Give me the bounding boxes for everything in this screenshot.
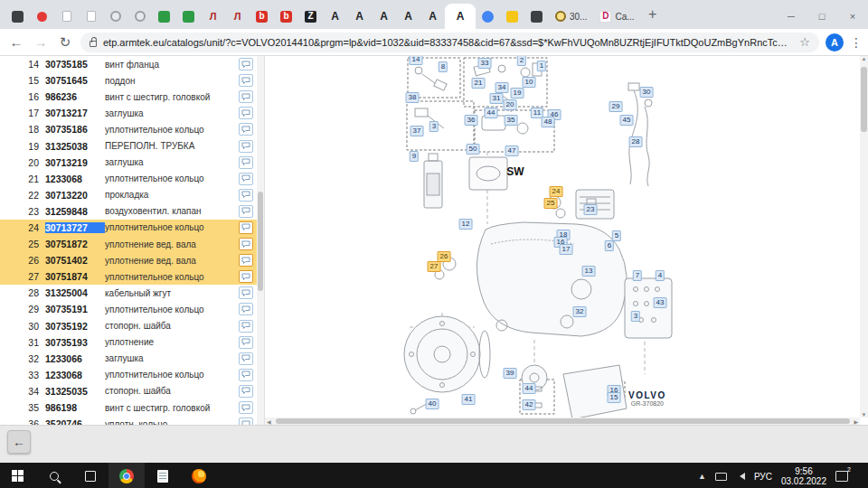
browser-tab[interactable]: Л	[201, 4, 225, 29]
parts-table-row[interactable]: 3030735192стопорн. шайба	[0, 318, 264, 334]
browser-tab[interactable]: b	[250, 4, 274, 29]
show-on-diagram-button[interactable]	[239, 286, 253, 299]
taskbar-clock[interactable]: 9:56 03.02.2022	[781, 466, 826, 487]
show-on-diagram-button[interactable]	[239, 336, 253, 349]
parts-table-row[interactable]: 16986236винт с шестигр. головкой	[0, 89, 264, 105]
browser-tab[interactable]	[30, 4, 54, 29]
part-number[interactable]: 1233068	[45, 174, 105, 184]
diagram-callout[interactable]: 1	[537, 61, 546, 71]
show-on-diagram-button[interactable]	[239, 320, 253, 333]
browser-tab[interactable]	[103, 4, 127, 29]
browser-tab[interactable]: A	[445, 4, 476, 29]
diagram-callout[interactable]: 32	[573, 306, 587, 317]
part-number[interactable]: 30751645	[45, 75, 105, 86]
reload-icon[interactable]: ↻	[56, 34, 74, 51]
diagram-callout[interactable]: 50	[467, 144, 480, 155]
part-number[interactable]: 30751872	[45, 239, 105, 249]
diagram-callout[interactable]: 24	[550, 186, 563, 197]
show-on-diagram-button[interactable]	[239, 303, 253, 315]
browser-tab[interactable]: A	[323, 4, 347, 29]
browser-tab[interactable]	[476, 4, 500, 29]
show-on-diagram-button[interactable]	[239, 352, 253, 365]
part-number[interactable]: 31325035	[45, 386, 105, 397]
part-number[interactable]: 31325004	[45, 287, 105, 298]
part-number[interactable]: 30713217	[45, 108, 105, 118]
diagram-callout[interactable]: 28	[629, 136, 643, 147]
new-tab-button[interactable]: +	[641, 3, 665, 26]
diagram-callout[interactable]: 6	[605, 240, 614, 251]
bookmark-star-icon[interactable]: ☆	[799, 35, 810, 49]
parts-list-scrollbar[interactable]	[257, 56, 264, 425]
menu-dots-icon[interactable]: ⋮	[850, 35, 861, 50]
show-on-diagram-button[interactable]	[239, 58, 253, 70]
part-number[interactable]: 1233068	[45, 370, 105, 380]
browser-tab[interactable]: A	[372, 4, 396, 29]
diagram-callout[interactable]: 3	[631, 311, 640, 322]
parts-table-row[interactable]: 3130735193уплотнение	[0, 334, 264, 351]
diagram-callout[interactable]: 43	[654, 297, 667, 308]
show-on-diagram-button[interactable]	[239, 107, 253, 119]
scroll-down-icon[interactable]: ▼	[862, 412, 867, 418]
show-on-diagram-button[interactable]	[239, 173, 253, 185]
parts-table-row[interactable]: 2530751872уплотнение вед. вала	[0, 236, 264, 252]
diagram-callout[interactable]: 2	[517, 56, 526, 66]
browser-tab[interactable]	[5, 4, 30, 29]
diagram-callout[interactable]: 23	[584, 204, 598, 215]
part-number[interactable]: 30735186	[45, 124, 105, 135]
parts-table-row[interactable]: 331233068уплотнительное кольцо	[0, 367, 264, 383]
diagram-callout[interactable]: 44	[485, 108, 498, 118]
browser-tab[interactable]: A	[396, 4, 420, 29]
browser-tab[interactable]: A	[347, 4, 372, 29]
diagram-callout[interactable]: 17	[560, 244, 573, 255]
parts-table-row[interactable]: 2630751402уплотнение вед. вала	[0, 252, 264, 268]
parts-table-row[interactable]: 2030713219заглушка	[0, 155, 264, 171]
browser-tab[interactable]	[176, 4, 201, 29]
part-number[interactable]: 30735191	[45, 304, 105, 314]
show-on-diagram-button[interactable]	[239, 140, 253, 153]
show-on-diagram-button[interactable]	[239, 156, 253, 169]
diagram-callout[interactable]: 12	[459, 219, 473, 230]
show-on-diagram-button[interactable]	[239, 221, 253, 234]
browser-tab[interactable]	[524, 4, 549, 29]
parts-table-row[interactable]: 3431325035стопорн. шайба	[0, 383, 264, 399]
browser-tab[interactable]: DCa...	[593, 4, 640, 29]
scrollbar-thumb[interactable]	[276, 418, 850, 424]
part-number[interactable]: 30713727	[45, 222, 105, 233]
part-number[interactable]: 986236	[45, 91, 105, 102]
diagram-callout[interactable]: 47	[505, 145, 519, 156]
diagram-callout[interactable]: 8	[439, 61, 448, 72]
show-on-diagram-button[interactable]	[239, 254, 253, 267]
browser-tab[interactable]	[79, 4, 103, 29]
part-number[interactable]: 1233066	[45, 353, 105, 364]
back-button[interactable]: ←	[7, 430, 31, 454]
parts-table-row[interactable]: 1430735185винт фланца	[0, 56, 264, 72]
close-button[interactable]: ×	[837, 4, 868, 29]
show-on-diagram-button[interactable]	[239, 74, 253, 87]
taskbar-firefox-button[interactable]	[181, 463, 217, 488]
diagram-callout[interactable]: 21	[472, 78, 486, 89]
browser-tab[interactable]: 30...	[549, 4, 593, 29]
address-bar[interactable]: etp.armtek.eu/catalogs/unit/?c=VOLVO2014…	[80, 33, 819, 52]
diagram-callout[interactable]: 42	[523, 399, 536, 410]
diagram-callout[interactable]: 10	[523, 77, 536, 88]
parts-table-row[interactable]: 2831325004кабельный жгут	[0, 285, 264, 301]
forward-icon[interactable]: →	[32, 34, 50, 50]
diagram-callout[interactable]: 29	[609, 101, 623, 112]
volume-tray-icon[interactable]	[736, 473, 745, 480]
diagram-callout[interactable]: 13	[582, 266, 596, 277]
taskbar-search-button[interactable]	[36, 463, 72, 488]
diagram-callout[interactable]: 30	[640, 87, 654, 98]
parts-table-row[interactable]: 2430713727уплотнительное кольцо	[0, 220, 264, 236]
diagram-callout[interactable]: 20	[504, 99, 517, 110]
show-on-diagram-button[interactable]	[239, 90, 253, 103]
scroll-left-icon[interactable]: ◀	[267, 418, 271, 425]
minimize-button[interactable]: ─	[776, 4, 807, 29]
diagram-callout[interactable]: 48	[542, 117, 555, 127]
show-on-diagram-button[interactable]	[239, 238, 253, 250]
part-number[interactable]: 30735192	[45, 321, 105, 332]
display-tray-icon[interactable]	[715, 473, 727, 481]
diagram-callout[interactable]: 44	[523, 383, 536, 394]
parts-table-row[interactable]: 321233066заглушка	[0, 351, 264, 367]
diagram-callout[interactable]: 14	[410, 56, 423, 65]
start-button[interactable]	[0, 463, 36, 488]
